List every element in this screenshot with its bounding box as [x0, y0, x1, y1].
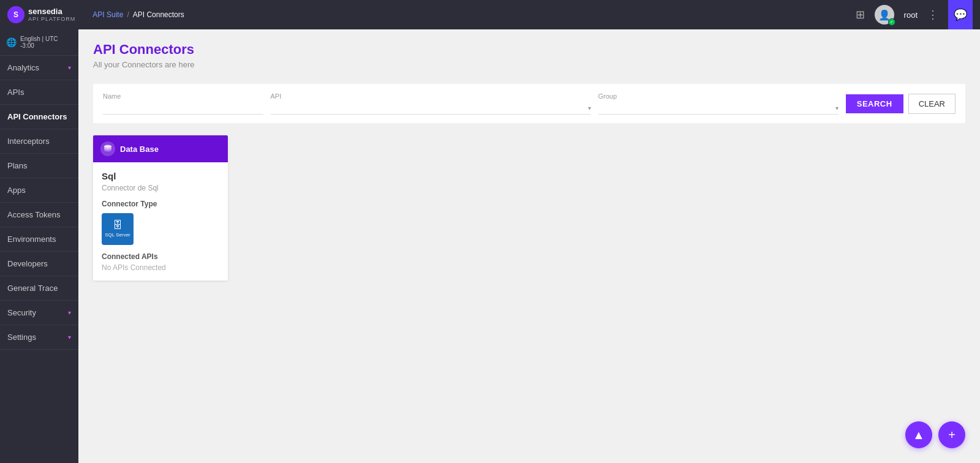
clear-button[interactable]: CLEAR — [908, 94, 956, 114]
chevron-down-icon: ▾ — [588, 105, 591, 111]
sidebar-item-label: Interceptors — [7, 137, 50, 146]
chat-button[interactable]: 💬 — [948, 0, 973, 29]
status-badge: ✓ — [888, 18, 895, 26]
main-layout: 🌐 English | UTC -3:00 Analytics ▾ APIs A… — [0, 29, 980, 463]
sidebar: 🌐 English | UTC -3:00 Analytics ▾ APIs A… — [0, 29, 78, 463]
logo-text: sensedia API PLATFORM — [28, 7, 75, 23]
breadcrumb-current: API Connectors — [133, 10, 184, 19]
sidebar-item-access-tokens[interactable]: Access Tokens — [0, 203, 78, 227]
grid-icon[interactable]: ⊞ — [856, 8, 865, 21]
language-label: English | UTC -3:00 — [20, 36, 72, 49]
logo-icon: S — [7, 6, 24, 23]
chevron-down-icon: ▾ — [835, 105, 839, 111]
card-group-label: Data Base — [120, 145, 159, 154]
name-field: Name — [103, 92, 263, 115]
avatar: 👤 ✓ — [875, 5, 894, 24]
sidebar-item-label: Environments — [7, 235, 56, 244]
search-button[interactable]: SEARCH — [846, 94, 903, 113]
more-menu-icon[interactable]: ⋮ — [927, 8, 938, 21]
api-label: API — [271, 92, 591, 100]
api-field: API ▾ — [271, 92, 591, 115]
fab-container: ▲ + — [905, 421, 965, 448]
group-label: Group — [598, 92, 839, 100]
name-input[interactable] — [103, 102, 263, 115]
group-select[interactable] — [598, 102, 835, 114]
logo-area: S sensedia API PLATFORM — [7, 6, 75, 23]
connector-type-label: Connector Type — [102, 200, 219, 208]
chevron-down-icon: ▾ — [68, 334, 71, 341]
sidebar-item-label: API Connectors — [7, 112, 67, 121]
sidebar-item-api-connectors[interactable]: API Connectors — [0, 105, 78, 129]
page-title: API Connectors — [93, 42, 965, 58]
sidebar-item-label: Access Tokens — [7, 210, 60, 219]
sidebar-item-label: APIs — [7, 88, 24, 97]
sidebar-item-security[interactable]: Security ▾ — [0, 301, 78, 325]
chevron-down-icon: ▾ — [68, 64, 71, 71]
group-select-wrap: ▾ — [598, 102, 839, 115]
sidebar-item-label: Plans — [7, 161, 28, 170]
username-label: root — [904, 10, 918, 20]
sidebar-item-general-trace[interactable]: General Trace — [0, 276, 78, 301]
language-bar[interactable]: 🌐 English | UTC -3:00 — [0, 29, 78, 56]
sidebar-item-settings[interactable]: Settings ▾ — [0, 325, 78, 350]
card-name: Sql — [102, 171, 219, 181]
sidebar-item-developers[interactable]: Developers — [0, 252, 78, 276]
no-apis-text: No APIs Connected — [102, 263, 219, 272]
sidebar-item-apis[interactable]: APIs — [0, 80, 78, 105]
chevron-down-icon: ▾ — [68, 309, 71, 316]
globe-icon: 🌐 — [6, 37, 17, 47]
page-subtitle: All your Connectors are here — [93, 60, 965, 69]
name-label: Name — [103, 92, 263, 100]
sidebar-item-environments[interactable]: Environments — [0, 227, 78, 252]
sidebar-item-label: General Trace — [7, 284, 58, 293]
card-header: Data Base — [93, 135, 228, 162]
breadcrumb: API Suite / API Connectors — [92, 10, 184, 19]
connector-card[interactable]: Data Base Sql Connector de Sql Connector… — [93, 135, 228, 280]
card-body: Sql Connector de Sql Connector Type 🗄 SQ… — [93, 162, 228, 280]
api-select-wrap: ▾ — [271, 102, 591, 115]
sql-server-icon: 🗄 SQL Server — [102, 213, 134, 245]
sidebar-item-label: Apps — [7, 186, 26, 195]
sidebar-item-interceptors[interactable]: Interceptors — [0, 129, 78, 154]
topbar: S sensedia API PLATFORM API Suite / API … — [0, 0, 980, 29]
sidebar-item-label: Security — [7, 308, 36, 317]
cards-grid: Data Base Sql Connector de Sql Connector… — [93, 135, 965, 280]
database-icon — [100, 141, 115, 156]
group-field: Group ▾ — [598, 92, 839, 115]
sidebar-item-analytics[interactable]: Analytics ▾ — [0, 56, 78, 80]
breadcrumb-parent[interactable]: API Suite — [92, 10, 123, 19]
connected-apis-label: Connected APIs — [102, 252, 219, 261]
sidebar-item-plans[interactable]: Plans — [0, 154, 78, 178]
sidebar-item-label: Settings — [7, 333, 36, 342]
add-connector-button[interactable]: + — [938, 421, 965, 448]
breadcrumb-sep: / — [127, 10, 129, 19]
sql-server-label: SQL Server — [105, 232, 130, 238]
search-bar: Name API ▾ Group ▾ — [93, 84, 965, 123]
main-content: API Connectors All your Connectors are h… — [78, 29, 980, 463]
sidebar-item-apps[interactable]: Apps — [0, 178, 78, 203]
api-select[interactable] — [271, 102, 588, 114]
card-description: Connector de Sql — [102, 184, 219, 192]
topbar-right: ⊞ 👤 ✓ root ⋮ 💬 — [856, 0, 973, 29]
db-icon: 🗄 — [113, 220, 123, 231]
search-actions: SEARCH CLEAR — [846, 94, 956, 114]
scroll-up-button[interactable]: ▲ — [905, 421, 932, 448]
sidebar-item-label: Analytics — [7, 63, 39, 72]
sidebar-item-label: Developers — [7, 259, 48, 268]
topbar-left: S sensedia API PLATFORM API Suite / API … — [7, 6, 184, 23]
